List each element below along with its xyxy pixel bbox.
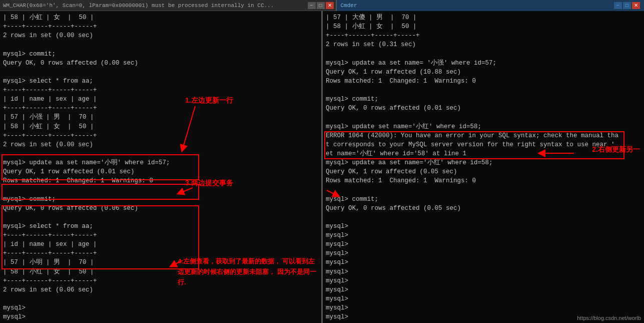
svg-line-0 <box>183 106 195 149</box>
arrow-4 <box>170 256 185 271</box>
highlight-box-commit <box>2 184 199 200</box>
annotation-2: 2.右侧更新另一 <box>592 145 640 154</box>
close-button[interactable]: ✕ <box>326 2 334 9</box>
right-terminal-content: | 57 | 大傻 | 男 | 70 | | 58 | 小虹 | 女 | 50 … <box>326 13 641 323</box>
arrow-1 <box>180 104 220 154</box>
svg-line-4 <box>327 190 337 195</box>
right-title-text: Cmder <box>341 3 357 9</box>
arrow-2 <box>539 147 579 162</box>
url-bar: https://blog.csdn.net/worlb <box>577 315 641 321</box>
right-title-bar: Cmder − □ ✕ <box>336 0 645 11</box>
right-minimize-button[interactable]: − <box>614 2 622 9</box>
svg-line-1 <box>180 188 193 193</box>
annotation-4: 4.左侧查看，获取到了最新的数据， 可以看到左边更新的时候右侧的更新未阻塞， 因… <box>178 256 321 287</box>
maximize-button[interactable]: □ <box>317 2 325 9</box>
left-title-text: WM_CHAR(0x68='h', Scan=0, lParam=0x00000… <box>3 3 274 9</box>
left-pane: | 58 | 小虹 | 女 | 50 | +----+------+-----+… <box>0 11 321 323</box>
highlight-box-update <box>2 154 199 180</box>
svg-line-2 <box>173 260 183 265</box>
highlight-box-select <box>2 205 199 269</box>
right-close-button[interactable]: ✕ <box>632 2 640 9</box>
arrow-3 <box>178 184 218 199</box>
right-pane: | 57 | 大傻 | 男 | 70 | | 58 | 小虹 | 女 | 50 … <box>323 11 644 323</box>
arrow-3-right <box>324 186 339 201</box>
left-title-bar: WM_CHAR(0x68='h', Scan=0, lParam=0x00000… <box>0 3 306 9</box>
left-title-controls: − □ ✕ <box>306 2 336 9</box>
minimize-button[interactable]: − <box>308 2 316 9</box>
highlight-box-right-update <box>324 131 624 159</box>
right-maximize-button[interactable]: □ <box>623 2 631 9</box>
